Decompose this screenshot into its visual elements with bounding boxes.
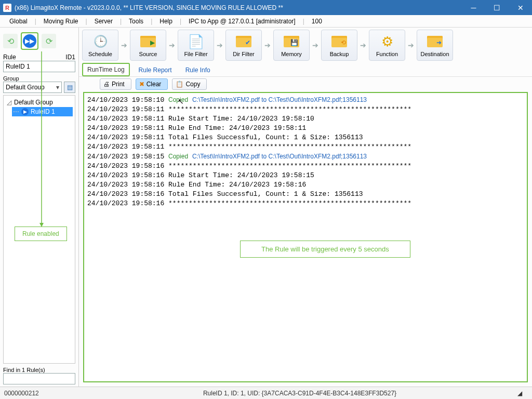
clear-icon: ✖ (139, 81, 144, 88)
folder-memory-icon: 💾 (283, 33, 300, 50)
tree-rule-row[interactable]: ⋯ ▶ RuleID 1 (12, 107, 73, 116)
menu-bar: Global | Moving Rule | Server | Tools | … (0, 15, 532, 28)
rule-name-input[interactable] (3, 61, 75, 72)
status-bar: 0000000212 RuleID 1, ID: 1, UID: {3A7CAC… (0, 387, 532, 399)
right-panel: 🕒 Schedule ➔ ▶ Source ➔ 📄 File Filter ➔ … (79, 28, 532, 387)
minimize-button[interactable]: ─ (462, 0, 485, 15)
menu-tools[interactable]: Tools (124, 18, 149, 25)
collapse-icon: ◿ (6, 99, 12, 106)
rule-id-label: ID1 (65, 54, 75, 61)
arrow-icon: ➔ (118, 30, 130, 61)
trigger-note: The Rule will be triggered every 5 secon… (240, 241, 410, 258)
printer-icon: 🖨 (103, 81, 110, 88)
tree-branch-icon: ⋯ (13, 108, 19, 115)
menu-num[interactable]: 100 (307, 18, 327, 25)
group-select[interactable]: Default Group ▾ (3, 82, 62, 93)
rule-enabled-note: Rule enabled (15, 227, 67, 241)
clear-label: Clear (147, 81, 162, 88)
menu-separator: | (149, 18, 154, 25)
destination-button[interactable]: ➜ Destination (417, 30, 453, 61)
arrow-icon: ➔ (357, 30, 369, 61)
find-label: Find in 1 Rule(s) (3, 367, 75, 373)
menu-separator: | (118, 18, 124, 25)
copy-button[interactable]: 📋Copy (172, 78, 207, 90)
resize-grip-icon[interactable]: ◢ (517, 390, 528, 397)
source-button[interactable]: ▶ Source (130, 30, 166, 61)
print-label: Print (112, 81, 125, 88)
clear-button[interactable]: ✖Clear (136, 78, 168, 90)
clock-icon: 🕒 (92, 33, 109, 50)
backup-label: Backup (330, 51, 349, 57)
arrow-icon: ➔ (310, 30, 321, 61)
status-rule-uid: RuleID 1, ID: 1, UID: {3A7CACA3-C91D-4F4… (82, 390, 517, 397)
play-icon: ▶ (21, 108, 29, 115)
find-input[interactable] (3, 373, 75, 384)
schedule-button[interactable]: 🕒 Schedule (82, 30, 118, 61)
menu-help[interactable]: Help (154, 18, 178, 25)
tab-runtime-log[interactable]: RunTime Log (82, 63, 130, 76)
file-filter-button[interactable]: 📄 File Filter (178, 30, 214, 61)
workflow-toolbar: 🕒 Schedule ➔ ▶ Source ➔ 📄 File Filter ➔ … (79, 28, 532, 63)
tab-rule-info[interactable]: Rule Info (181, 64, 215, 76)
source-label: Source (139, 51, 157, 57)
play-rule-button[interactable]: ▶▶ (21, 32, 38, 50)
copy-icon: 📋 (176, 81, 183, 88)
folder-filter-icon: ✔ (235, 33, 252, 50)
menu-server[interactable]: Server (89, 18, 118, 25)
dir-filter-label: Dir Filter (233, 51, 255, 57)
status-counter: 0000000212 (4, 390, 82, 397)
sub-tabs: RunTime Log Rule Report Rule Info (79, 63, 532, 76)
log-toolbar: 🖨Print ✖Clear 📋Copy (79, 76, 532, 91)
next-rule-button[interactable]: ⟳ (42, 34, 56, 48)
folder-backup-icon: ⟲ (331, 33, 348, 50)
group-label: Group (3, 75, 75, 82)
app-icon: R (3, 4, 11, 12)
rule-label: Rule (3, 54, 16, 61)
prev-rule-button[interactable]: ⟲ (3, 34, 18, 48)
schedule-label: Schedule (88, 51, 112, 57)
memory-label: Memory (281, 51, 302, 57)
backup-button[interactable]: ⟲ Backup (321, 30, 357, 61)
function-button[interactable]: ⚙ Function (369, 30, 405, 61)
menu-global[interactable]: Global (4, 18, 33, 25)
function-label: Function (376, 51, 398, 57)
memory-button[interactable]: 💾 Memory (273, 30, 310, 61)
folder-destination-icon: ➜ (427, 33, 443, 50)
print-button[interactable]: 🖨Print (100, 78, 131, 90)
play-icon: ▶▶ (23, 34, 36, 48)
chevron-down-icon: ▾ (56, 84, 59, 91)
arrow-icon: ➔ (405, 30, 417, 61)
runtime-log-output[interactable]: 24/10/2023 19:58:10 Copied C:\Test\In\In… (83, 92, 528, 382)
group-select-value: Default Group (6, 84, 45, 91)
tree-root-row[interactable]: ◿ Default Group (6, 98, 73, 107)
menu-moving-rule[interactable]: Moving Rule (38, 18, 84, 25)
menu-separator: | (178, 18, 183, 25)
left-panel: ⟲ ▶▶ ⟳ Rule ID1 Group Default Group ▾ ▤ … (0, 28, 79, 387)
destination-label: Destination (420, 51, 449, 57)
copy-label: Copy (185, 81, 200, 88)
arrow-icon: ➔ (214, 30, 225, 61)
tab-rule-report[interactable]: Rule Report (134, 64, 177, 76)
window-title: (x86) LimagitoX Remote - v2023.0.0.0, **… (15, 4, 462, 11)
group-options-button[interactable]: ▤ (64, 82, 75, 93)
maximize-button[interactable]: ☐ (485, 0, 509, 15)
menu-separator: | (33, 18, 38, 25)
arrow-icon: ➔ (262, 30, 273, 61)
menu-separator: | (84, 18, 89, 25)
menu-separator: | (301, 18, 307, 25)
gear-icon: ⚙ (379, 33, 395, 50)
close-button[interactable]: ✕ (509, 0, 532, 15)
window-titlebar: R (x86) LimagitoX Remote - v2023.0.0.0, … (0, 0, 532, 15)
dir-filter-button[interactable]: ✔ Dir Filter (225, 30, 262, 61)
tree-root-label: Default Group (14, 99, 53, 106)
menu-ipc[interactable]: IPC to App @ 127.0.0.1 [administrator] (183, 18, 301, 25)
file-filter-icon: 📄 (188, 33, 204, 50)
arrow-icon: ➔ (166, 30, 178, 61)
file-filter-label: File Filter (184, 51, 207, 57)
folder-source-icon: ▶ (140, 33, 156, 50)
tree-rule-label: RuleID 1 (31, 108, 55, 115)
